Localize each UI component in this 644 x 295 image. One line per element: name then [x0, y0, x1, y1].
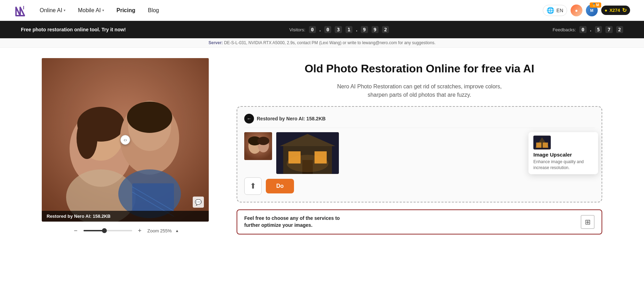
zoom-in-button[interactable]: + — [136, 226, 144, 235]
preview-svg-2 — [276, 132, 339, 174]
logo-icon: I — [14, 4, 27, 17]
image-container: ‹› 💬 Restored by Nero AI: 158.2KB — [42, 58, 209, 222]
optimize-icon[interactable]: ⊞ — [581, 215, 595, 229]
upload-title: Restored by Nero AI: 158.2KB — [257, 116, 326, 121]
upscaler-card: Image Upscaler Enhance image quality and… — [528, 132, 598, 174]
nav-blog[interactable]: Blog — [148, 7, 159, 14]
upload-area: ← Restored by Nero AI: 158.2KB — [237, 106, 602, 202]
nav-mobile-ai[interactable]: Mobile AI ▾ — [78, 7, 104, 14]
main-content: ‹› 💬 Restored by Nero AI: 158.2KB − + Zo… — [0, 48, 644, 245]
svg-rect-32 — [536, 143, 541, 148]
language-selector[interactable]: 🌐 EN — [543, 5, 567, 16]
upscaler-title: Image Upscaler — [533, 152, 593, 158]
upscaler-description: Enhance image quality and increase resol… — [533, 159, 593, 171]
svg-rect-33 — [543, 143, 548, 148]
zoom-out-button[interactable]: − — [72, 226, 80, 235]
page-title: Old Photo Restoration Online for free vi… — [237, 62, 602, 75]
svg-point-29 — [287, 155, 328, 172]
upload-icon: ⬆ — [250, 182, 256, 191]
nav-right: 🌐 EN ● M 🏅M ● X274 ↻ — [543, 5, 630, 16]
medal-badge: 🏅M — [590, 2, 601, 8]
download-button[interactable]: Do — [266, 179, 294, 193]
avatar[interactable]: ● — [571, 5, 582, 16]
back-button[interactable]: ← — [244, 114, 254, 123]
zoom-slider-thumb[interactable] — [102, 228, 107, 233]
feedbacks-counter: Feedbacks: 0 . 5 7 2 — [552, 26, 623, 33]
zoom-controls: − + Zoom 255% ▲ — [72, 226, 179, 235]
preview-svg-1 — [244, 132, 272, 160]
announcement-text: Free photo restoration online tool. Try … — [21, 26, 126, 33]
announcement-bar: Free photo restoration online tool. Try … — [0, 21, 644, 38]
coin-icon: ● — [605, 8, 607, 13]
medal-container: M 🏅M — [586, 5, 598, 16]
server-info: Server: DE-S-L-031, NVIDIA RTX A5000, 2.… — [0, 38, 644, 48]
coins-badge[interactable]: ● X274 ↻ — [601, 6, 630, 15]
navbar: I Online AI ▾ Mobile AI ▾ Pricing Blog 🌐… — [0, 0, 644, 21]
image-label: Restored by Nero AI: 158.2KB — [42, 211, 209, 222]
upload-preview: Image Upscaler Enhance image quality and… — [244, 132, 595, 174]
upload-button[interactable]: ⬆ — [244, 177, 262, 195]
info-panel: Old Photo Restoration Online for free vi… — [237, 58, 602, 234]
preview-image-1 — [244, 132, 272, 160]
upload-header: ← Restored by Nero AI: 158.2KB — [244, 114, 595, 128]
nav-online-ai[interactable]: Online AI ▾ — [40, 7, 65, 14]
preview-area-2: Image Upscaler Enhance image quality and… — [276, 132, 595, 174]
optimize-text: Feel free to choose any of the services … — [244, 215, 356, 229]
slider-handle[interactable]: ‹› — [120, 135, 130, 145]
page-subtitle: Nero AI Photo Restoration can get rid of… — [329, 82, 510, 99]
preview-image-2 — [276, 132, 339, 174]
chevron-down-icon: ▾ — [64, 8, 65, 12]
logo[interactable]: I — [14, 4, 27, 17]
globe-icon: 🌐 — [547, 7, 554, 14]
zoom-slider[interactable] — [84, 230, 132, 231]
nav-pricing[interactable]: Pricing — [117, 7, 135, 14]
visitors-counter: Visitors: 0 . 0 3 1 . 9 9 2 — [289, 26, 389, 33]
optimize-bar: Feel free to choose any of the services … — [237, 209, 602, 234]
chevron-down-icon: ▾ — [102, 8, 104, 12]
action-buttons: ⬆ Do — [244, 177, 595, 195]
refresh-icon[interactable]: ↻ — [622, 7, 627, 14]
upscaler-card-image — [533, 136, 551, 150]
feedback-icon[interactable]: 💬 — [193, 197, 204, 208]
svg-text:I: I — [23, 5, 24, 10]
nav-left: I Online AI ▾ Mobile AI ▾ Pricing Blog — [14, 4, 159, 17]
svg-point-22 — [257, 137, 269, 145]
image-viewer: ‹› 💬 Restored by Nero AI: 158.2KB − + Zo… — [42, 58, 209, 235]
